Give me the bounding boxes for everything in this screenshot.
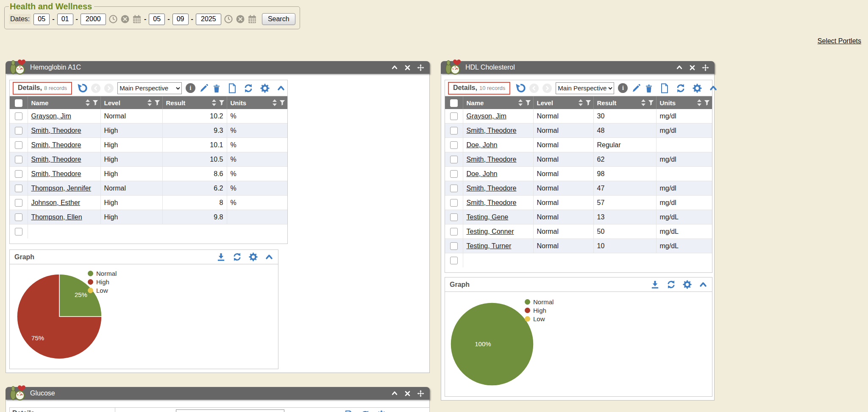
refresh-icon[interactable]	[667, 280, 676, 289]
select-all-checkbox[interactable]	[450, 99, 458, 107]
column-header-name[interactable]: Name	[463, 96, 533, 109]
search-button[interactable]: Search	[262, 13, 295, 25]
close-icon[interactable]	[404, 390, 411, 397]
new-document-icon[interactable]	[660, 83, 669, 93]
refresh-icon[interactable]	[233, 252, 242, 261]
filter-icon[interactable]	[704, 100, 710, 106]
close-icon[interactable]	[689, 64, 696, 71]
row-checkbox[interactable]	[450, 112, 458, 120]
portlet-titlebar[interactable]: Glucose	[6, 387, 430, 400]
edit-icon[interactable]	[632, 84, 641, 93]
column-header-units[interactable]: Units	[227, 96, 287, 109]
patient-link[interactable]: Smith, Theodore	[31, 141, 81, 149]
filter-icon[interactable]	[154, 100, 160, 106]
column-header-name[interactable]: Name	[28, 96, 100, 109]
from-year-input[interactable]	[81, 14, 106, 25]
collapse-grid-icon[interactable]	[277, 84, 285, 92]
info-icon[interactable]: i	[186, 83, 195, 93]
select-portlets-link[interactable]: Select Portlets	[818, 37, 861, 45]
filter-icon[interactable]	[219, 100, 225, 106]
move-icon[interactable]	[417, 390, 424, 397]
refresh-icon[interactable]	[360, 410, 370, 412]
settings-icon[interactable]	[377, 410, 386, 412]
patient-link[interactable]: Testing, Gene	[467, 213, 509, 221]
next-icon[interactable]	[104, 84, 114, 93]
settings-icon[interactable]	[260, 84, 270, 93]
patient-link[interactable]: Testing, Turner	[467, 242, 512, 249]
row-checkbox[interactable]	[450, 127, 458, 135]
undo-icon[interactable]	[515, 83, 526, 93]
new-document-icon[interactable]	[228, 83, 236, 93]
sort-icon[interactable]	[212, 99, 216, 106]
perspective-select[interactable]: Main Perspective	[176, 409, 284, 412]
filter-icon[interactable]	[92, 100, 98, 106]
row-checkbox[interactable]	[450, 170, 458, 178]
patient-link[interactable]: Grayson, Jim	[467, 112, 506, 120]
refresh-icon[interactable]	[244, 84, 253, 93]
row-checkbox[interactable]	[15, 170, 22, 178]
collapse-icon[interactable]	[676, 64, 683, 71]
refresh-icon[interactable]	[676, 84, 685, 93]
collapse-graph-icon[interactable]	[265, 253, 273, 261]
clear-date-icon[interactable]	[236, 14, 245, 24]
move-icon[interactable]	[702, 64, 709, 71]
clock-icon[interactable]	[108, 14, 118, 24]
row-checkbox[interactable]	[450, 228, 458, 235]
to-day-input[interactable]	[172, 14, 189, 25]
row-checkbox[interactable]	[15, 213, 22, 221]
filter-icon[interactable]	[279, 100, 285, 106]
sort-icon[interactable]	[86, 99, 90, 106]
patient-link[interactable]: Thompson, Jennifer	[31, 185, 91, 192]
filter-icon[interactable]	[648, 100, 654, 106]
row-checkbox[interactable]	[450, 199, 458, 207]
column-header-level[interactable]: Level	[533, 96, 593, 109]
patient-link[interactable]: Grayson, Jim	[31, 112, 71, 120]
row-checkbox[interactable]	[15, 156, 22, 163]
delete-icon[interactable]	[212, 84, 221, 93]
patient-link[interactable]: Smith, Theodore	[467, 127, 517, 134]
sort-icon[interactable]	[518, 99, 523, 106]
patient-link[interactable]: Doe, John	[467, 170, 498, 177]
filter-icon[interactable]	[525, 100, 531, 106]
to-month-input[interactable]	[149, 14, 165, 25]
patient-link[interactable]: Testing, Conner	[467, 228, 514, 235]
collapse-icon[interactable]	[391, 64, 398, 71]
row-checkbox[interactable]	[450, 213, 458, 221]
portlet-titlebar[interactable]: Hemoglobin A1C	[6, 61, 430, 74]
column-header-units[interactable]: Units	[656, 96, 712, 109]
row-checkbox[interactable]	[450, 242, 458, 250]
prev-icon[interactable]	[529, 84, 539, 93]
column-header-level[interactable]: Level	[100, 96, 162, 109]
select-all-checkbox[interactable]	[15, 99, 22, 107]
patient-link[interactable]: Smith, Theodore	[467, 199, 517, 206]
next-icon[interactable]	[542, 84, 552, 93]
to-year-input[interactable]	[196, 14, 221, 25]
settings-icon[interactable]	[249, 252, 258, 261]
download-icon[interactable]	[217, 252, 225, 261]
row-checkbox[interactable]	[15, 127, 22, 135]
row-checkbox[interactable]	[450, 156, 458, 163]
column-header-result[interactable]: Result	[162, 96, 227, 109]
row-checkbox[interactable]	[15, 228, 22, 235]
prev-icon[interactable]	[91, 84, 100, 93]
settings-icon[interactable]	[693, 84, 702, 93]
delete-icon[interactable]	[645, 84, 653, 93]
patient-link[interactable]: Smith, Theodore	[31, 127, 81, 134]
row-checkbox[interactable]	[15, 199, 22, 207]
sort-icon[interactable]	[697, 99, 701, 106]
clock-icon[interactable]	[224, 14, 233, 24]
patient-link[interactable]: Thompson, Ellen	[31, 213, 82, 221]
filter-icon[interactable]	[585, 100, 591, 106]
move-icon[interactable]	[417, 64, 424, 71]
calendar-icon[interactable]	[132, 14, 142, 24]
edit-icon[interactable]	[199, 84, 209, 93]
calendar-icon[interactable]	[248, 14, 257, 24]
clear-date-icon[interactable]	[120, 14, 130, 24]
undo-icon[interactable]	[77, 83, 87, 93]
patient-link[interactable]: Smith, Theodore	[31, 170, 81, 177]
sort-icon[interactable]	[147, 99, 152, 106]
row-checkbox[interactable]	[15, 185, 22, 192]
patient-link[interactable]: Johnson, Esther	[31, 199, 81, 206]
info-icon[interactable]: i	[618, 83, 628, 93]
row-checkbox[interactable]	[450, 257, 458, 264]
